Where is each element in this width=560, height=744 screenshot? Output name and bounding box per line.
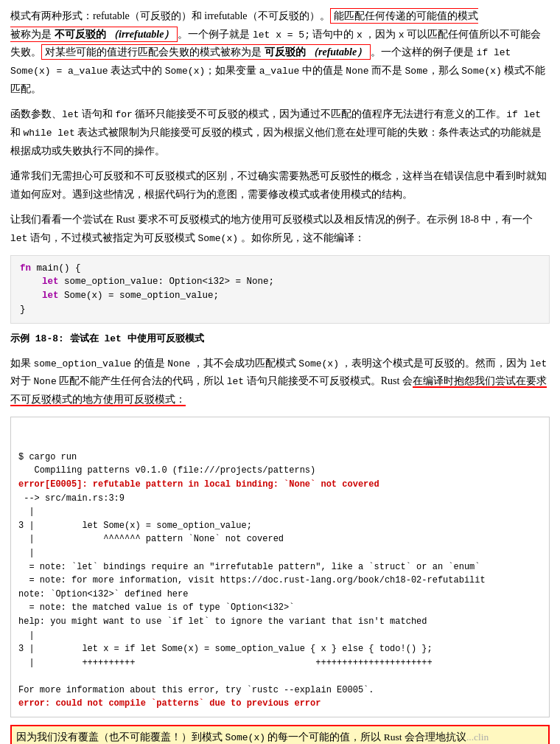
terminal-line-error: error[E0005]: refutable pattern in local… [18, 479, 379, 490]
para2-code4: while let [24, 128, 75, 139]
para5-code4: let [530, 358, 547, 369]
para1-code1: let x = 5; [253, 29, 310, 41]
para2-code3: if let [506, 109, 541, 120]
terminal-line-pipe1: | [18, 507, 35, 517]
terminal-line-blank1 [18, 438, 24, 448]
terminal-line-3: 3 | let Some(x) = some_option_value; [18, 521, 252, 531]
para1-code9: Some(x) [461, 66, 502, 77]
code-kw-let1: let [42, 277, 59, 287]
para1-code8: Some [405, 66, 428, 77]
para5-red-underline: 在编译时抱怨我们尝试在要求不可反驳模式的地方使用可反驳模式： [10, 375, 547, 406]
para4-code2: Some(x) [197, 233, 238, 244]
bottom-code1: Some(x) [225, 732, 265, 743]
para5-code6: let [227, 376, 244, 387]
terminal-line-help: help: you might want to use `if let` to … [18, 616, 427, 627]
para5-text: 如果 some_option_value 的值是 None ，其不会成功匹配模式… [10, 358, 547, 406]
terminal-line-fix: 3 | let x = if let Some(x) = some_option… [18, 644, 433, 654]
paragraph-3: 通常我们无需担心可反驳和不可反驳模式的区别，不过确实需要熟悉可反驳性的概念，这样… [10, 167, 550, 204]
terminal-line-note3: note: `Option<i32>` defined here [18, 589, 188, 599]
code-kw-fn: fn [20, 263, 31, 274]
code-kw-let2: let [42, 291, 59, 301]
paragraph-4: 让我们看看一个尝试在 Rust 要求不可反驳模式的地方使用可反驳模式以及相反情况… [10, 211, 550, 247]
para3-text: 通常我们无需担心可反驳和不可反驳模式的区别，不过确实需要熟悉可反驳性的概念，这样… [10, 170, 547, 200]
paragraph-1: 模式有两种形式：refutable（可反驳的）和 irrefutable（不可反… [10, 7, 550, 98]
para1-bold2: 可反驳的 [265, 46, 306, 58]
page-container: 模式有两种形式：refutable（可反驳的）和 irrefutable（不可反… [0, 0, 560, 744]
para1-text-before: 模式有两种形式：refutable（可反驳的）和 irrefutable（不可反… [10, 10, 330, 21]
terminal-block: $ cargo run Compiling patterns v0.1.0 (f… [10, 417, 550, 717]
figure-caption: 示例 18-8: 尝试在 let 中使用可反驳模式 [10, 331, 550, 347]
terminal-line-pipe3: | [18, 630, 35, 641]
para1-bold1: 不可反驳的 [55, 29, 106, 40]
terminal-line-plus: | ++++++++++ ++++++++++++++++++++++ [18, 658, 433, 668]
terminal-line-caret: | ^^^^^^^ pattern `None` not covered [18, 534, 284, 544]
paragraph-2: 函数参数、let 语句和 for 循环只能接受不可反驳的模式，因为通过不匹配的值… [10, 105, 550, 160]
terminal-line-more: For more information about this error, t… [18, 685, 374, 695]
terminal-line-compiling: Compiling patterns v0.1.0 (file:///proje… [18, 465, 315, 476]
para1-code5: Some(x) [165, 66, 206, 77]
para1-code3: x [399, 29, 405, 41]
para1-italic2: （refutable） [308, 46, 367, 58]
para1-highlight2-box: 对某些可能的值进行匹配会失败的模式被称为是 可反驳的 （refutable） [41, 44, 371, 60]
terminal-line-blank2 [18, 671, 24, 681]
para2-text: 函数参数、let 语句和 for 循环只能接受不可反驳的模式，因为通过不匹配的值… [10, 108, 542, 156]
terminal-line-compile-error: error: could not compile `patterns` due … [18, 698, 321, 709]
para1-code7: None [346, 66, 368, 77]
para1-code2: x [357, 29, 363, 41]
terminal-line-arrow: --> src/main.rs:3:9 [18, 493, 125, 504]
terminal-line-note2: = note: for more information, visit http… [18, 575, 486, 585]
para4-code1: let [10, 233, 27, 244]
para5-code1: some_option_value [34, 358, 132, 369]
terminal-line-note4: = note: the matched value is of type `Op… [18, 602, 294, 613]
bottom-highlight-box: 因为我们没有覆盖（也不可能覆盖！）到模式 Some(x) 的每一个可能的值，所以… [10, 725, 550, 744]
para2-code2: for [115, 109, 132, 120]
para5-code2: None [167, 358, 190, 369]
terminal-line-pipe2: | [18, 548, 35, 558]
para2-code1: let [62, 109, 79, 120]
para5-code3: Some(x) [298, 358, 339, 369]
code-block-main: fn main() { let some_option_value: Optio… [10, 255, 550, 324]
para1-italic1: （irrefutable） [108, 29, 174, 40]
caption-code: let [104, 333, 121, 344]
terminal-line-cargo: $ cargo run [18, 452, 77, 462]
para1-code6: a_value [259, 66, 300, 77]
bottom-ellipsis: ...clin [466, 731, 489, 743]
para5-code5: None [34, 376, 57, 387]
paragraph-5: 如果 some_option_value 的值是 None ，其不会成功匹配模式… [10, 355, 550, 409]
terminal-line-note1: = note: `let` bindings require an "irref… [18, 562, 480, 572]
bottom-highlight-text: 因为我们没有覆盖（也不可能覆盖！）到模式 Some(x) 的每一个可能的值，所以… [16, 731, 489, 743]
para4-text: 让我们看看一个尝试在 Rust 要求不可反驳模式的地方使用可反驳模式以及相反情况… [10, 214, 533, 243]
caption-prefix: 示例 18-8: 尝试在 let 中使用可反驳模式 [10, 333, 204, 344]
